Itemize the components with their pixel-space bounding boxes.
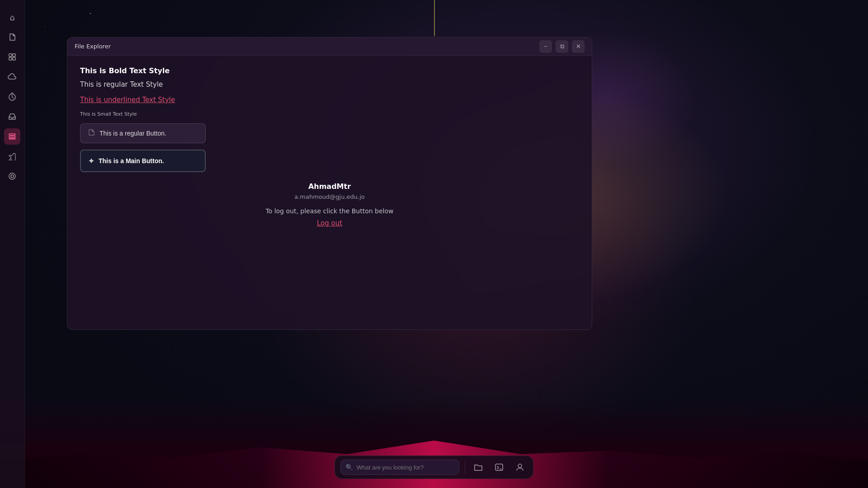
logout-link[interactable]: Log out [317, 219, 342, 227]
svg-rect-17 [13, 57, 15, 60]
main-button-label: This is a Main Button. [99, 157, 164, 164]
minimize-button[interactable]: − [539, 40, 552, 53]
regular-button[interactable]: This is a regular Button. [80, 123, 206, 143]
svg-rect-24 [495, 464, 503, 470]
taskbar-divider [465, 461, 465, 474]
sidebar-item-vscode[interactable] [4, 148, 20, 164]
user-button[interactable] [512, 460, 528, 475]
regular-button-icon [88, 129, 95, 138]
window-controls: − ⧉ ✕ [539, 40, 585, 53]
svg-point-22 [9, 173, 15, 179]
window-title-bar: File Explorer − ⧉ ✕ [67, 38, 592, 56]
search-icon: 🔍 [345, 464, 353, 471]
sidebar-item-grid[interactable] [4, 49, 20, 65]
sidebar-item-home[interactable]: ⌂ [4, 9, 20, 25]
search-input[interactable] [357, 464, 454, 471]
small-text-label: This is Small Text Style [80, 111, 579, 117]
taskbar: 🔍 [335, 455, 533, 479]
underlined-text-label[interactable]: This is underlined Text Style [80, 96, 579, 104]
file-explorer-window: File Explorer − ⧉ ✕ This is Bold Text St… [67, 37, 592, 330]
svg-point-0 [90, 13, 91, 14]
sidebar-item-cloud[interactable] [4, 69, 20, 85]
svg-point-23 [11, 175, 14, 178]
svg-rect-16 [9, 57, 12, 60]
svg-rect-14 [9, 54, 12, 56]
svg-rect-15 [13, 54, 15, 56]
sidebar: ⌂ [0, 0, 25, 488]
user-email-display: a.mahmoud@gju.edu.jo [294, 193, 365, 200]
user-section: AhmadMtr a.mahmoud@gju.edu.jo To log out… [67, 182, 592, 227]
svg-rect-19 [9, 134, 15, 135]
regular-button-label: This is a regular Button. [99, 130, 166, 137]
sidebar-item-timer[interactable] [4, 89, 20, 105]
username-display: AhmadMtr [308, 182, 351, 191]
maximize-button[interactable]: ⧉ [556, 40, 568, 53]
sidebar-item-layers[interactable] [4, 128, 20, 145]
regular-text-label: This is regular Text Style [80, 80, 579, 89]
sidebar-item-package[interactable] [4, 168, 20, 184]
window-title: File Explorer [75, 43, 111, 50]
center-decoration-line [434, 0, 435, 36]
window-content: This is Bold Text Style This is regular … [67, 56, 592, 192]
svg-point-25 [518, 464, 522, 468]
terminal-button[interactable] [491, 460, 507, 475]
sidebar-item-documents[interactable] [4, 29, 20, 45]
bold-text-label: This is Bold Text Style [80, 66, 579, 75]
svg-rect-21 [9, 138, 15, 139]
sidebar-item-inbox[interactable] [4, 108, 20, 125]
folder-button[interactable] [471, 460, 486, 475]
close-button[interactable]: ✕ [572, 40, 585, 53]
search-bar[interactable]: 🔍 [340, 460, 459, 475]
svg-point-10 [45, 27, 46, 28]
logout-info-text: To log out, please click the Button belo… [265, 207, 393, 215]
main-button-icon: ✦ [88, 157, 94, 165]
main-button[interactable]: ✦ This is a Main Button. [80, 150, 206, 172]
svg-rect-20 [9, 136, 15, 137]
